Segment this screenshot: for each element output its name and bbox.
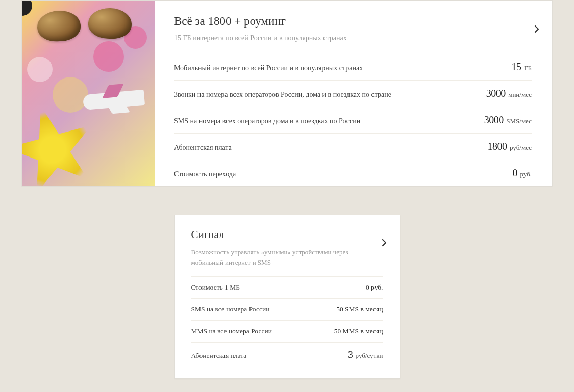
feature-label: Абонентская плата — [191, 352, 293, 360]
feature-label: Абонентская плата — [174, 144, 488, 152]
tariff-subtitle: 15 ГБ интернета по всей России и в попул… — [174, 34, 532, 42]
feature-label: MMS на все номера России — [191, 327, 293, 335]
feature-label: SMS на все номера России — [191, 305, 293, 313]
table-row: SMS на номера всех операторов дома и в п… — [174, 107, 532, 133]
feature-value: 50 SMS в месяц — [336, 305, 383, 313]
feature-label: SMS на номера всех операторов дома и в п… — [174, 117, 484, 125]
table-row: Абонентская плата 1800 руб/мес — [174, 133, 532, 160]
chevron-right-icon[interactable] — [382, 239, 387, 249]
feature-label: Звонки на номера всех операторов России,… — [174, 91, 486, 99]
feature-value: 50 MMS в месяц — [334, 327, 383, 335]
tariff-subtitle: Возможность управлять «умными» устройств… — [191, 247, 360, 267]
feature-label: Стоимость перехода — [174, 170, 512, 178]
feature-value: 3000 мин/мес — [486, 88, 532, 99]
feature-value: 15 ГБ — [512, 61, 532, 73]
feature-value: 1800 руб/мес — [488, 141, 532, 152]
feature-value: 0 руб. — [512, 167, 532, 179]
tariff-card-roaming: Всё за 1800 + роуминг 15 ГБ интернета по… — [21, 0, 553, 186]
feature-value: 3 руб/сутки — [348, 349, 383, 360]
table-row: MMS на все номера России 50 MMS в месяц — [191, 320, 383, 342]
tariff-card-signal: Сигнал Возможность управлять «умными» ус… — [174, 215, 400, 379]
tariff-title[interactable]: Всё за 1800 + роуминг — [174, 15, 286, 29]
feature-value: 3000 SMS/мес — [484, 114, 532, 126]
tariff-hero-image — [22, 1, 155, 186]
table-row: Абонентская плата 3 руб/сутки — [191, 342, 383, 367]
tariff-title[interactable]: Сигнал — [191, 228, 224, 242]
table-row: Стоимость 1 МБ 0 руб. — [191, 276, 383, 298]
feature-value: 0 руб. — [366, 283, 383, 292]
table-row: SMS на все номера России 50 SMS в месяц — [191, 298, 383, 320]
feature-label: Мобильный интернет по всей России и в по… — [174, 64, 512, 72]
table-row: Звонки на номера всех операторов России,… — [174, 80, 532, 107]
chevron-right-icon[interactable] — [534, 25, 539, 35]
table-row: Стоимость перехода 0 руб. — [174, 160, 532, 186]
table-row: Мобильный интернет по всей России и в по… — [174, 54, 532, 80]
feature-label: Стоимость 1 МБ — [191, 283, 293, 292]
